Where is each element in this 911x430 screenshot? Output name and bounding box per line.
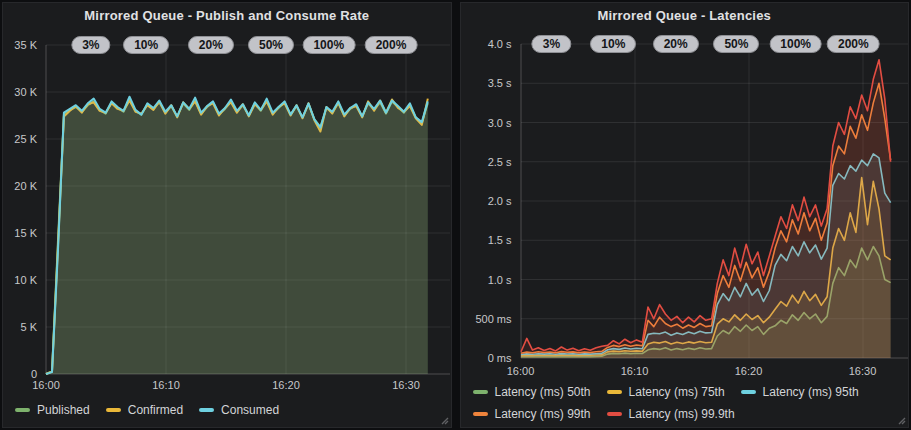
annotation-badge[interactable]: 50% [713, 35, 759, 53]
series-area [46, 97, 428, 374]
annotation-badge[interactable]: 3% [532, 35, 571, 53]
y-tick-label: 2.0 s [461, 194, 512, 208]
legend-swatch [741, 390, 756, 394]
legend-swatch [607, 390, 622, 394]
annotation-badge[interactable]: 100% [302, 36, 355, 54]
x-tick-label: 16:10 [621, 365, 649, 377]
legend-item[interactable]: Latency (ms) 95th [741, 385, 859, 399]
annotation-badge[interactable]: 20% [653, 35, 699, 53]
annotation-badge[interactable]: 10% [590, 35, 636, 53]
plot-area[interactable] [46, 45, 450, 374]
panel-title[interactable]: Mirrored Queue - Latencies [461, 8, 909, 23]
y-tick-label: 3.0 s [461, 116, 512, 130]
legend-swatch [15, 408, 30, 412]
plot-area[interactable] [521, 44, 908, 358]
annotation-badge[interactable]: 3% [71, 36, 110, 54]
panel-latencies: Mirrored Queue - Latencies 0 ms500 ms1.0… [460, 2, 910, 428]
legend-item[interactable]: Latency (ms) 75th [607, 385, 725, 399]
x-tick-label: 16:30 [392, 379, 420, 391]
legend-label: Latency (ms) 95th [763, 385, 859, 399]
x-tick-label: 16:00 [507, 365, 535, 377]
annotation-badge[interactable]: 100% [769, 35, 822, 53]
legend-item[interactable]: Confirmed [106, 403, 183, 417]
grafana-dashboard: Mirrored Queue - Publish and Consume Rat… [0, 0, 911, 430]
legend-label: Latency (ms) 50th [495, 385, 591, 399]
panel-resize-handle-icon[interactable] [440, 416, 449, 425]
legend-item[interactable]: Latency (ms) 50th [473, 385, 591, 399]
annotation-badge[interactable]: 200% [365, 36, 418, 54]
legend-item[interactable]: Consumed [199, 403, 279, 417]
y-tick-label: 10 K [3, 273, 37, 287]
y-tick-label: 15 K [3, 226, 37, 240]
panel-publish-consume-rate: Mirrored Queue - Publish and Consume Rat… [2, 2, 452, 428]
x-tick-label: 16:00 [32, 379, 60, 391]
y-tick-label: 30 K [3, 85, 37, 99]
legend-label: Latency (ms) 99.9th [629, 407, 735, 421]
legend-label: Published [37, 403, 90, 417]
y-tick-label: 5 K [3, 320, 37, 334]
legend-swatch [199, 408, 214, 412]
legend-label: Confirmed [128, 403, 183, 417]
y-tick-label: 25 K [3, 132, 37, 146]
annotation-badge[interactable]: 10% [123, 36, 169, 54]
series-area [521, 60, 891, 358]
legend: Latency (ms) 50thLatency (ms) 75thLatenc… [473, 385, 903, 421]
legend-item[interactable]: Latency (ms) 99th [473, 407, 591, 421]
legend-swatch [473, 390, 488, 394]
legend-label: Consumed [221, 403, 279, 417]
x-tick-label: 16:20 [735, 365, 763, 377]
x-tick-label: 16:20 [272, 379, 300, 391]
annotation-badge[interactable]: 20% [188, 36, 234, 54]
y-tick-label: 500 ms [461, 312, 512, 326]
y-tick-label: 0 ms [461, 351, 512, 365]
y-tick-label: 20 K [3, 179, 37, 193]
annotation-badge[interactable]: 200% [827, 35, 880, 53]
y-tick-label: 2.5 s [461, 155, 512, 169]
panel-title[interactable]: Mirrored Queue - Publish and Consume Rat… [3, 8, 451, 23]
legend-label: Latency (ms) 75th [629, 385, 725, 399]
panel-resize-handle-icon[interactable] [897, 416, 906, 425]
legend-item[interactable]: Published [15, 403, 90, 417]
legend: PublishedConfirmedConsumed [15, 403, 445, 417]
annotation-badge[interactable]: 50% [248, 36, 294, 54]
x-tick-label: 16:30 [849, 365, 877, 377]
legend-swatch [473, 412, 488, 416]
legend-label: Latency (ms) 99th [495, 407, 591, 421]
y-tick-label: 3.5 s [461, 76, 512, 90]
y-tick-label: 4.0 s [461, 37, 512, 51]
legend-item[interactable]: Latency (ms) 99.9th [607, 407, 735, 421]
y-tick-label: 35 K [3, 38, 37, 52]
y-tick-label: 1.5 s [461, 233, 512, 247]
x-tick-label: 16:10 [152, 379, 180, 391]
legend-swatch [607, 412, 622, 416]
legend-swatch [106, 408, 121, 412]
y-tick-label: 1.0 s [461, 273, 512, 287]
